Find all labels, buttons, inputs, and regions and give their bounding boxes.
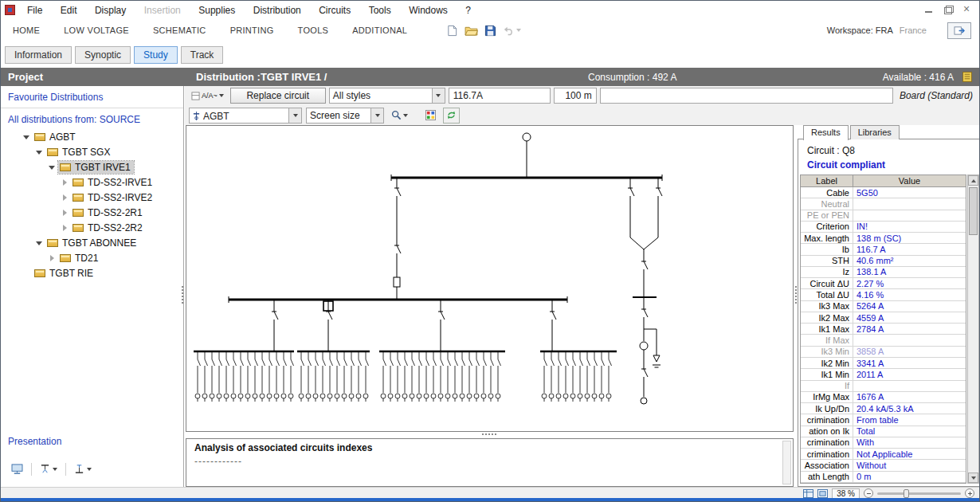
dropdown-icon[interactable]: [53, 468, 57, 471]
result-row[interactable]: If: [801, 381, 966, 392]
menu-item[interactable]: Distribution: [246, 2, 308, 18]
dropdown-icon[interactable]: [87, 468, 92, 471]
replace-circuit-button[interactable]: Replace circuit: [230, 88, 326, 104]
result-row[interactable]: crimination From table: [801, 414, 966, 426]
menu-item[interactable]: ?: [458, 2, 478, 18]
results-panel-tab[interactable]: Results: [803, 125, 849, 140]
view-tab[interactable]: Synoptic: [75, 46, 131, 64]
ribbon-tab[interactable]: TOOLS: [286, 25, 341, 35]
tree-expand-icon[interactable]: [60, 223, 69, 233]
tree-expand-icon[interactable]: [34, 147, 44, 157]
open-folder-icon[interactable]: [465, 25, 478, 36]
close-icon[interactable]: [962, 5, 973, 14]
zoom-out-button[interactable]: [864, 488, 873, 498]
restore-icon[interactable]: [943, 5, 954, 14]
result-row[interactable]: ath Length 0 m: [801, 472, 966, 483]
menu-item[interactable]: Supplies: [191, 2, 242, 18]
result-row[interactable]: Total ΔU 4.16 %: [801, 289, 966, 300]
scroll-down-icon[interactable]: [968, 473, 978, 483]
tree-expand-icon[interactable]: [22, 132, 31, 142]
result-row[interactable]: Association Without: [801, 460, 966, 471]
menu-item[interactable]: Windows: [402, 2, 455, 18]
tree-expand-icon[interactable]: [47, 253, 57, 263]
splitter-handle[interactable]: [182, 286, 183, 288]
menu-item[interactable]: Insertion: [137, 2, 188, 18]
result-row[interactable]: Ik1 Min 2011 A: [801, 369, 966, 380]
menu-item[interactable]: Circuits: [312, 2, 358, 18]
menu-item[interactable]: Edit: [53, 2, 84, 18]
result-row[interactable]: ation on Ik Total: [801, 426, 966, 437]
results-panel-tab[interactable]: Libraries: [850, 125, 900, 139]
workspace-switch-button[interactable]: [947, 22, 971, 39]
scrollbar-thumb[interactable]: [969, 187, 978, 235]
result-row[interactable]: Criterion IN!: [801, 222, 966, 233]
result-row[interactable]: PE or PEN: [801, 210, 966, 222]
tree-item[interactable]: TD-SS2-IRVE1: [1, 175, 183, 190]
tree-item[interactable]: AGBT: [1, 129, 183, 144]
view-tab[interactable]: Track: [181, 46, 224, 64]
single-line-diagram[interactable]: [186, 126, 793, 431]
menu-item[interactable]: Display: [88, 2, 133, 18]
style-toggle-button[interactable]: A/A~: [188, 88, 227, 104]
zoom-percentage[interactable]: 38 %: [832, 488, 860, 499]
result-row[interactable]: Ik Up/Dn 20.4 kA/5.3 kA: [801, 403, 966, 414]
result-row[interactable]: Cable 5G50: [801, 187, 966, 198]
designation-field[interactable]: [600, 88, 893, 104]
splitter-handle[interactable]: [795, 286, 797, 288]
tree-item[interactable]: TGBT SGX: [1, 144, 183, 159]
menu-item[interactable]: Tools: [362, 2, 398, 18]
oneline-style-button[interactable]: [37, 462, 60, 476]
view-tab[interactable]: Study: [134, 46, 178, 64]
ribbon-tab[interactable]: ADDITIONAL: [340, 25, 419, 35]
dropdown-icon[interactable]: [219, 94, 224, 97]
result-row[interactable]: If Max: [801, 335, 966, 346]
ribbon-tab[interactable]: HOME: [1, 25, 52, 35]
scroll-up-icon[interactable]: [968, 175, 978, 186]
refresh-button[interactable]: [443, 108, 460, 124]
length-field[interactable]: 100 m: [554, 88, 597, 104]
colors-button[interactable]: [422, 108, 439, 124]
analysis-scrollbar[interactable]: [782, 441, 791, 484]
ribbon-tab[interactable]: PRINTING: [218, 25, 286, 35]
fit-selection-button[interactable]: [817, 489, 828, 498]
result-row[interactable]: Ib 116.7 A: [801, 244, 966, 255]
tree-item[interactable]: TD-SS2-IRVE2: [1, 190, 183, 205]
result-row[interactable]: crimination With: [801, 437, 966, 449]
result-row[interactable]: IrMg Max 1676 A: [801, 392, 966, 403]
diagram-canvas[interactable]: [186, 125, 794, 432]
tree-item[interactable]: TGBT IRVE1: [1, 159, 183, 175]
result-row[interactable]: Max. length 138 m (SC): [801, 233, 966, 244]
undo-dropdown-icon[interactable]: [516, 29, 521, 32]
new-document-icon[interactable]: [446, 25, 458, 37]
result-row[interactable]: crimination Not Applicable: [801, 449, 966, 460]
view-tab[interactable]: Information: [5, 46, 72, 64]
chevron-down-icon[interactable]: [432, 88, 445, 103]
result-row[interactable]: Ik1 Max 2784 A: [801, 324, 966, 335]
tree-item[interactable]: TD-SS2-2R2: [1, 220, 183, 235]
tree-root-label[interactable]: All distributions from: SOURCE: [1, 108, 183, 129]
fit-page-button[interactable]: [803, 489, 813, 498]
zoom-mode-dropdown[interactable]: Screen size: [306, 108, 384, 124]
tree-expand-icon[interactable]: [60, 193, 69, 202]
styles-dropdown[interactable]: All styles: [329, 88, 445, 104]
chevron-down-icon[interactable]: [370, 108, 383, 123]
ribbon-tab[interactable]: SCHEMATIC: [141, 25, 218, 35]
result-row[interactable]: Ik3 Max 5264 A: [801, 301, 966, 312]
zoom-tool-button[interactable]: [388, 108, 411, 124]
zoom-in-button[interactable]: [965, 488, 974, 498]
undo-button[interactable]: [503, 25, 521, 36]
tree-expand-icon[interactable]: [60, 178, 69, 187]
tree-item[interactable]: TD-SS2-2R1: [1, 205, 183, 220]
result-row[interactable]: Ik3 Min 3858 A: [801, 347, 966, 358]
zoom-slider[interactable]: [877, 492, 961, 495]
result-row[interactable]: Ik2 Max 4559 A: [801, 312, 966, 324]
chevron-down-icon[interactable]: [288, 108, 301, 123]
menu-item[interactable]: File: [20, 2, 49, 18]
tree-expand-icon[interactable]: [47, 163, 57, 172]
tree-expand-icon[interactable]: [34, 238, 44, 248]
save-icon[interactable]: [484, 25, 496, 37]
tree-expand-icon[interactable]: [22, 269, 31, 278]
tree-item[interactable]: TGBT RIE: [1, 265, 183, 280]
current-field[interactable]: 116.7A: [449, 88, 551, 104]
result-row[interactable]: Neutral: [801, 198, 966, 210]
